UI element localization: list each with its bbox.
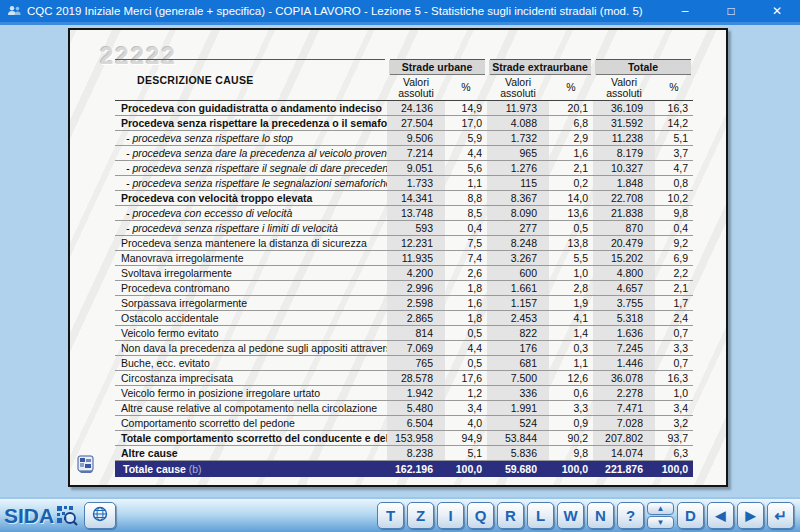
table-row: Veicolo fermo evitato8140,58221,41.6360,… — [115, 326, 693, 341]
value-cell: 2.865 — [387, 311, 445, 326]
table-row: Altre cause8.2385,15.8369,814.0746,3 — [115, 446, 693, 461]
statistics-table: DESCRIZIONE CAUSE Strade urbane Strade e… — [115, 59, 696, 477]
percent-cell: 93,7 — [655, 431, 693, 446]
t-button[interactable]: T — [377, 502, 404, 529]
table-row: Ostacolo accidentale2.8651,82.4534,15.31… — [115, 311, 693, 326]
row-label: - procedeva senza rispettare le segnalaz… — [115, 176, 387, 191]
percent-cell: 0,3 — [549, 341, 593, 356]
r-button[interactable]: R — [497, 502, 524, 529]
percent-cell: 0,5 — [445, 326, 487, 341]
percent-cell: 1,1 — [549, 356, 593, 371]
next-button[interactable]: ▶ — [737, 502, 764, 529]
value-cell: 1.636 — [593, 326, 655, 341]
row-label: Procedeva contromano — [115, 281, 387, 296]
i-button[interactable]: I — [437, 502, 464, 529]
value-cell: 7.500 — [487, 371, 549, 386]
value-cell: 207.802 — [593, 431, 655, 446]
maximize-button[interactable]: □ — [708, 0, 754, 22]
row-label: Totale comportamento scorretto del condu… — [115, 431, 387, 446]
table-row: Procedeva con guidadistratta o andamento… — [115, 101, 693, 116]
value-cell: 31.592 — [593, 116, 655, 131]
percent-cell: 3,4 — [655, 401, 693, 416]
group-header-urbane: Strade urbane — [387, 60, 487, 75]
d-button[interactable]: D — [677, 502, 704, 529]
percent-cell: 8,5 — [445, 206, 487, 221]
row-label: Ostacolo accidentale — [115, 311, 387, 326]
percent-cell: 16,3 — [655, 101, 693, 116]
percent-cell: 2,8 — [549, 281, 593, 296]
total-footnote: (b) — [189, 463, 202, 475]
close-button[interactable]: ✕ — [754, 0, 800, 22]
percent-cell: 13,8 — [549, 236, 593, 251]
description-header: DESCRIZIONE CAUSE — [115, 60, 387, 101]
percent-cell: 1,8 — [445, 311, 487, 326]
toolbar-keys: TZIQRLWN? — [374, 502, 644, 529]
value-cell: 8.090 — [487, 206, 549, 221]
percent-cell: 4,4 — [445, 146, 487, 161]
value-cell: 115 — [487, 176, 549, 191]
value-cell: 28.578 — [387, 371, 445, 386]
percent-cell: 2,6 — [445, 266, 487, 281]
previous-button[interactable]: ◀ — [707, 502, 734, 529]
percent-cell: 17,6 — [445, 371, 487, 386]
value-cell: 1.848 — [593, 176, 655, 191]
sida-brand: SIDA — [4, 504, 78, 528]
q-button[interactable]: Q — [467, 502, 494, 529]
percent-cell: 16,3 — [655, 371, 693, 386]
nav-buttons: D ◀ ▶ ↵ — [674, 502, 794, 529]
percent-cell: 4,7 — [655, 161, 693, 176]
l-button[interactable]: L — [527, 502, 554, 529]
value-cell: 1.991 — [487, 401, 549, 416]
percent-cell: 14,9 — [445, 101, 487, 116]
row-label: - procedeva senza rispettare i limiti di… — [115, 221, 387, 236]
value-cell: 965 — [487, 146, 549, 161]
percent-cell: 1,0 — [549, 266, 593, 281]
value-cell: 1.732 — [487, 131, 549, 146]
subheader-percent: % — [655, 75, 693, 101]
row-label: Veicolo fermo in posizione irregolare ur… — [115, 386, 387, 401]
web-button[interactable] — [84, 502, 116, 529]
spinner-down-button[interactable]: ▼ — [647, 516, 674, 529]
value-cell: 14.074 — [593, 446, 655, 461]
percent-cell: 10,2 — [655, 191, 693, 206]
value-cell: 24.136 — [387, 101, 445, 116]
percent-cell: 2,9 — [549, 131, 593, 146]
help-button[interactable]: ? — [617, 502, 644, 529]
value-cell: 22.708 — [593, 191, 655, 206]
percent-cell: 0,7 — [655, 356, 693, 371]
table-body: Procedeva con guidadistratta o andamento… — [115, 101, 693, 461]
minimize-button[interactable]: – — [662, 0, 708, 22]
percent-cell: 3,3 — [655, 341, 693, 356]
value-cell: 1.276 — [487, 161, 549, 176]
percent-cell: 6,3 — [655, 446, 693, 461]
percent-cell: 0,5 — [549, 221, 593, 236]
value-cell: 10.327 — [593, 161, 655, 176]
w-button[interactable]: W — [557, 502, 584, 529]
percent-cell: 0,9 — [549, 416, 593, 431]
percent-cell: 100,0 — [655, 461, 693, 477]
value-cell: 681 — [487, 356, 549, 371]
sida-logo-text: SIDA — [4, 504, 54, 528]
table-row: Procedeva con velocità troppo elevata14.… — [115, 191, 693, 206]
row-label: Procedeva con guidadistratta o andamento… — [115, 101, 387, 116]
n-button[interactable]: N — [587, 502, 614, 529]
value-cell: 8.248 — [487, 236, 549, 251]
table-row: Procedeva senza mantenere la distanza di… — [115, 236, 693, 251]
table-row: Svoltava irregolarmente4.2002,66001,04.8… — [115, 266, 693, 281]
value-cell: 870 — [593, 221, 655, 236]
spinner-up-button[interactable]: ▲ — [647, 502, 674, 515]
value-cell: 4.800 — [593, 266, 655, 281]
enter-button[interactable]: ↵ — [767, 502, 794, 529]
row-label: Procedeva senza rispettare la precedenza… — [115, 116, 387, 131]
total-row: Totale cause (b) 162.196 100,0 59.680 10… — [115, 461, 693, 477]
table-row: - procedeva senza rispettare le segnalaz… — [115, 176, 693, 191]
row-label: - procedeva senza dare la precedenza al … — [115, 146, 387, 161]
value-cell: 814 — [387, 326, 445, 341]
table-row: Circostanza imprecisata28.57817,67.50012… — [115, 371, 693, 386]
value-cell: 6.504 — [387, 416, 445, 431]
row-label: Procedeva con velocità troppo elevata — [115, 191, 387, 206]
percent-cell: 5,1 — [655, 131, 693, 146]
subheader-values: Valori assoluti — [487, 75, 549, 101]
down-arrow-icon: ▼ — [657, 518, 665, 527]
z-button[interactable]: Z — [407, 502, 434, 529]
